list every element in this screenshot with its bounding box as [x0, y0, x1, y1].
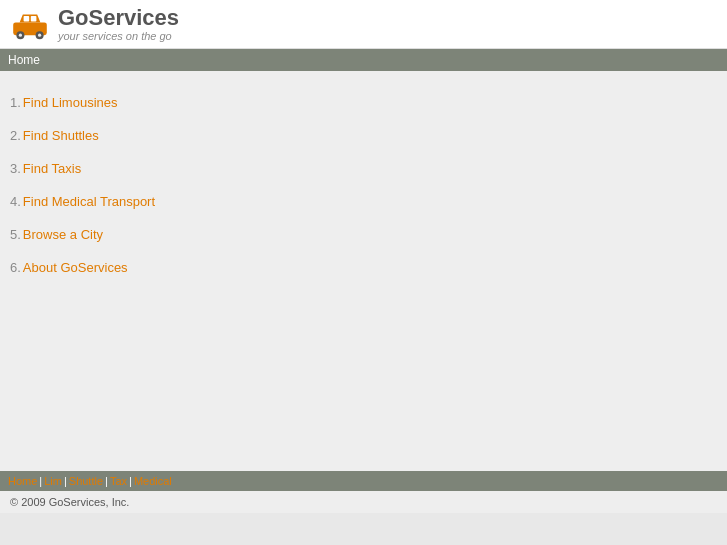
menu-link[interactable]: Find Taxis	[23, 161, 81, 176]
menu-link[interactable]: About GoServices	[23, 260, 128, 275]
copyright: © 2009 GoServices, Inc.	[0, 491, 727, 513]
menu-number: 3.	[10, 161, 21, 176]
nav-bar: Home	[0, 49, 727, 71]
menu-number: 2.	[10, 128, 21, 143]
menu-link[interactable]: Browse a City	[23, 227, 103, 242]
menu-link[interactable]: Find Shuttles	[23, 128, 99, 143]
nav-home-label: Home	[8, 53, 40, 67]
menu-link[interactable]: Find Medical Transport	[23, 194, 155, 209]
menu-list: 1.Find Limousines2.Find Shuttles3.Find T…	[0, 81, 727, 289]
main-content: 1.Find Limousines2.Find Shuttles3.Find T…	[0, 71, 727, 471]
footer-nav: Home|Lim|Shuttle|Tax|Medical	[0, 471, 727, 491]
copyright-text: © 2009 GoServices, Inc.	[10, 496, 129, 508]
menu-item-1: 1.Find Limousines	[0, 86, 727, 119]
svg-point-6	[38, 34, 41, 37]
menu-number: 1.	[10, 95, 21, 110]
footer-nav-link-lim[interactable]: Lim	[44, 475, 62, 487]
menu-item-3: 3.Find Taxis	[0, 152, 727, 185]
svg-rect-2	[31, 16, 37, 22]
menu-number: 6.	[10, 260, 21, 275]
footer-nav-link-shuttle[interactable]: Shuttle	[69, 475, 103, 487]
logo-title: GoServices	[58, 6, 179, 30]
logo-subtitle: your services on the go	[58, 30, 179, 42]
header: GoServices your services on the go	[0, 0, 727, 49]
menu-number: 5.	[10, 227, 21, 242]
footer-nav-link-medical[interactable]: Medical	[134, 475, 172, 487]
menu-item-2: 2.Find Shuttles	[0, 119, 727, 152]
logo-car-icon	[10, 6, 50, 42]
footer-separator: |	[64, 475, 67, 487]
footer-nav-link-tax[interactable]: Tax	[110, 475, 127, 487]
menu-number: 4.	[10, 194, 21, 209]
menu-item-4: 4.Find Medical Transport	[0, 185, 727, 218]
footer-separator: |	[129, 475, 132, 487]
menu-item-5: 5.Browse a City	[0, 218, 727, 251]
footer-nav-link-home[interactable]: Home	[8, 475, 37, 487]
logo-text: GoServices your services on the go	[58, 6, 179, 42]
menu-link[interactable]: Find Limousines	[23, 95, 118, 110]
svg-rect-1	[24, 16, 30, 22]
menu-item-6: 6.About GoServices	[0, 251, 727, 284]
footer-separator: |	[105, 475, 108, 487]
footer-separator: |	[39, 475, 42, 487]
svg-point-5	[19, 34, 22, 37]
